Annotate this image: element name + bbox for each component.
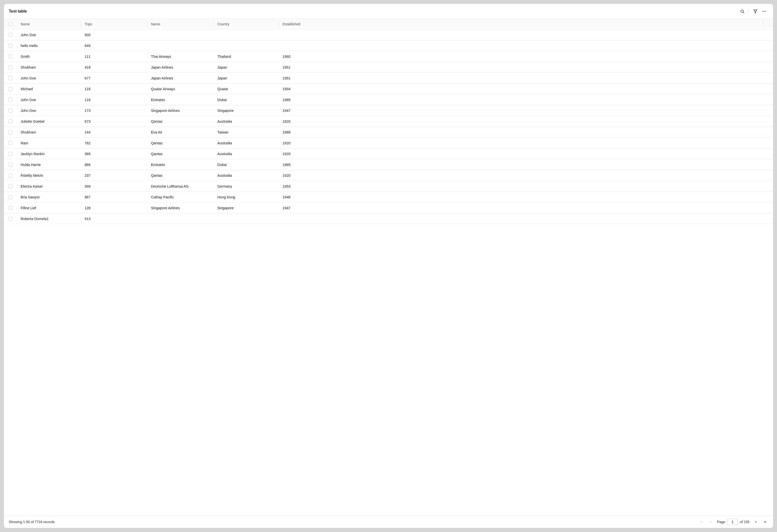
cell-established: 1920	[279, 141, 763, 145]
table-row[interactable]: Fifine Lief128Singapore AirlinesSingapor…	[4, 203, 773, 213]
row-checkbox[interactable]	[9, 76, 13, 80]
table-row[interactable]: Shubham418Japan AirlinesJapan1951	[4, 62, 773, 73]
row-checkbox[interactable]	[9, 217, 13, 221]
row-checkbox[interactable]	[9, 195, 13, 199]
cell-trips: 144	[81, 130, 147, 134]
table: Name Trips Name Country Established John…	[4, 19, 773, 516]
cell-established: 1985	[279, 163, 763, 167]
cell-country: Thailand	[214, 55, 279, 59]
chevron-left-icon	[709, 520, 712, 524]
table-row[interactable]: hello mello649	[4, 40, 773, 51]
table-row[interactable]: Juliette Goebel673QantasAustrailia1920	[4, 116, 773, 127]
chevrons-left-icon	[699, 520, 703, 524]
svg-point-5	[765, 11, 766, 12]
cell-airline: Thai Airways	[147, 55, 214, 59]
table-row[interactable]: Smith111Thai AirwaysThailand1960	[4, 51, 773, 62]
row-checkbox[interactable]	[9, 44, 13, 48]
cell-trips: 399	[81, 184, 147, 188]
column-header-trips[interactable]: Trips	[81, 22, 147, 26]
cell-established: 1920	[279, 152, 763, 156]
row-checkbox[interactable]	[9, 55, 13, 59]
cell-established: 1985	[279, 98, 763, 102]
cell-name: hello mello	[17, 44, 81, 48]
more-button[interactable]	[760, 7, 768, 15]
table-row[interactable]: Electra Kaiser399Deutsche Lufthansa AGGe…	[4, 181, 773, 192]
table-row[interactable]: John Doe173Singapore AirlinesSingapore19…	[4, 105, 773, 116]
table-row[interactable]: Ram782QantasAustrailia1920	[4, 138, 773, 148]
cell-name: Electra Kaiser	[17, 184, 81, 188]
more-horizontal-icon	[762, 9, 766, 13]
column-header-airline-name[interactable]: Name	[147, 22, 214, 26]
filter-button[interactable]	[752, 7, 759, 15]
table-row[interactable]: John Doe116EmiratesDubai1985	[4, 94, 773, 105]
cell-country: Quatar	[214, 87, 279, 91]
column-header-established[interactable]: Established	[279, 22, 763, 26]
table-footer: Showing 1-50 of 7724 records Page of 155	[4, 516, 773, 528]
next-page-button[interactable]	[753, 519, 759, 525]
cell-trips: 366	[81, 152, 147, 156]
cell-country: Hong Kong	[214, 195, 279, 199]
cell-name: Roberta Domela1	[17, 217, 81, 221]
cell-name: Hulda Harrie	[17, 163, 81, 167]
row-checkbox[interactable]	[9, 87, 13, 91]
row-checkbox-cell	[4, 87, 17, 91]
cell-trips: 649	[81, 44, 147, 48]
row-checkbox[interactable]	[9, 98, 13, 102]
table-row[interactable]: Michael116Quatar AirwaysQuatar1994	[4, 84, 773, 94]
page-input[interactable]	[727, 519, 738, 525]
row-checkbox[interactable]	[9, 66, 13, 69]
table-body[interactable]: John Doe500hello mello649Smith111Thai Ai…	[4, 29, 773, 516]
table-row[interactable]: Hulda Harrie886EmiratesDubai1985	[4, 159, 773, 170]
row-checkbox-cell	[4, 130, 17, 134]
row-checkbox[interactable]	[9, 109, 13, 113]
row-checkbox[interactable]	[9, 141, 13, 145]
select-all-checkbox[interactable]	[9, 22, 13, 26]
row-checkbox[interactable]	[9, 163, 13, 167]
svg-marker-2	[754, 10, 757, 13]
table-row[interactable]: Shubham144Eva AirTaiwan1989	[4, 127, 773, 138]
cell-trips: 128	[81, 206, 147, 210]
prev-page-button[interactable]	[708, 519, 713, 525]
row-checkbox-cell	[4, 109, 17, 113]
row-checkbox[interactable]	[9, 206, 13, 210]
first-page-button[interactable]	[698, 519, 704, 525]
row-checkbox[interactable]	[9, 184, 13, 188]
cell-trips: 418	[81, 66, 147, 69]
svg-line-1	[743, 12, 744, 13]
chevron-right-icon	[754, 520, 758, 524]
row-checkbox-cell	[4, 163, 17, 167]
row-checkbox-cell	[4, 66, 17, 69]
table-row[interactable]: Roberta Domela1513	[4, 213, 773, 224]
svg-point-4	[764, 11, 765, 12]
cell-name: John Doe	[17, 33, 81, 37]
column-header-name[interactable]: Name	[17, 22, 81, 26]
row-checkbox[interactable]	[9, 152, 13, 156]
row-checkbox[interactable]	[9, 33, 13, 37]
cell-trips: 116	[81, 98, 147, 102]
table-row[interactable]: Fidelity Melvin237QantasAustrailia1920	[4, 170, 773, 181]
table-row[interactable]: John Doe677Japan AirlinesJapan1951	[4, 73, 773, 84]
search-button[interactable]	[739, 7, 746, 15]
cell-country: Germany	[214, 184, 279, 188]
cell-airline: Singapore Airlines	[147, 109, 214, 113]
table-row[interactable]: Bria Sawyor867Cathay PacificHong Kong194…	[4, 192, 773, 203]
card-title: Test table	[9, 9, 27, 13]
row-checkbox[interactable]	[9, 119, 13, 123]
row-checkbox[interactable]	[9, 130, 13, 134]
cell-name: Shubham	[17, 130, 81, 134]
cell-established: 1946	[279, 195, 763, 199]
column-header-country[interactable]: Country	[214, 22, 279, 26]
last-page-button[interactable]	[762, 519, 768, 525]
row-checkbox-cell	[4, 44, 17, 48]
cell-trips: 673	[81, 119, 147, 123]
cell-name: Ram	[17, 141, 81, 145]
table-row[interactable]: Jacklyn Rankin366QantasAustrailia1920	[4, 148, 773, 159]
row-checkbox[interactable]	[9, 174, 13, 178]
filter-icon	[753, 9, 758, 13]
cell-trips: 867	[81, 195, 147, 199]
cell-airline: Cathay Pacific	[147, 195, 214, 199]
chevrons-right-icon	[764, 520, 767, 524]
table-row[interactable]: John Doe500	[4, 29, 773, 40]
table-card: Test table Name Trips Name Country Estab…	[4, 4, 773, 528]
cell-name: Smith	[17, 55, 81, 59]
